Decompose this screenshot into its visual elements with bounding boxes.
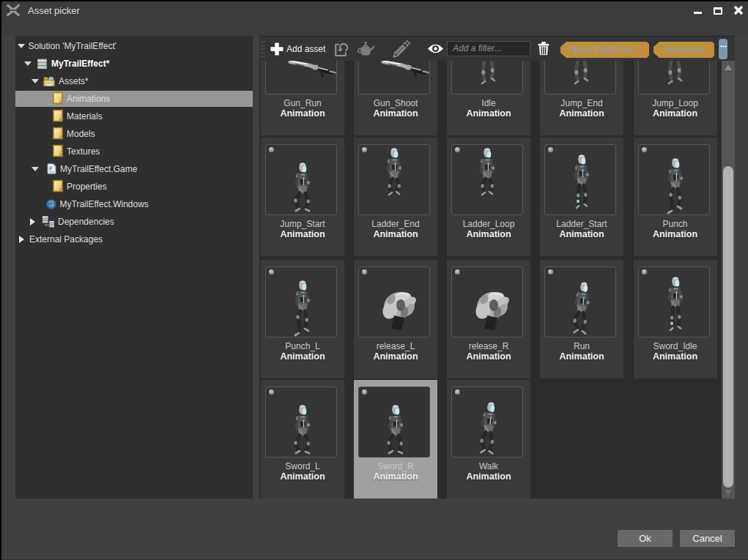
svg-text:#: # [49, 164, 53, 171]
